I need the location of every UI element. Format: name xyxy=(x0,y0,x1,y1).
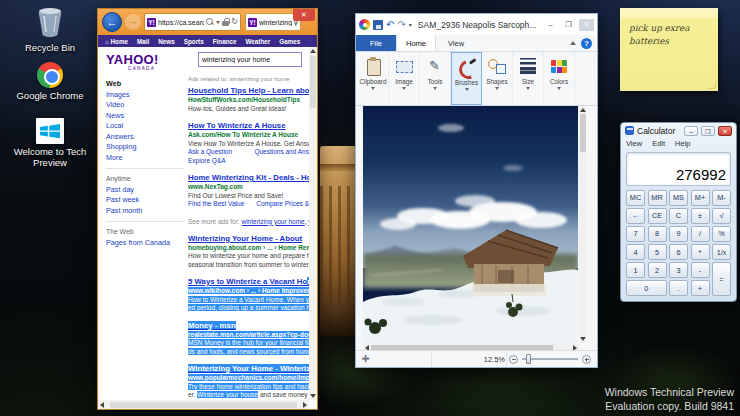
result-title[interactable]: Household Tips Help - Learn about Househ… xyxy=(188,86,309,96)
close-button[interactable]: ✕ xyxy=(579,19,594,31)
search-input[interactable] xyxy=(198,52,302,67)
desktop-icon-recycle-bin[interactable]: Recycle Bin xyxy=(12,6,88,53)
scroll-down-icon[interactable] xyxy=(580,337,586,341)
calc-key-6[interactable]: 6 xyxy=(669,244,688,260)
chevron-down-icon[interactable]: ▾ xyxy=(409,21,412,28)
ribbon-group-tools[interactable]: Tools xyxy=(420,52,451,105)
yahoo-nav-item[interactable]: Sports xyxy=(184,38,204,45)
calc-key-1[interactable]: 1 xyxy=(626,262,645,278)
sidebar-item-images[interactable]: Images xyxy=(106,90,184,101)
chevron-down-icon[interactable] xyxy=(557,87,561,90)
tab-file[interactable]: File xyxy=(356,35,396,51)
search-icon[interactable] xyxy=(206,18,214,26)
close-button[interactable]: ✕ xyxy=(718,126,732,136)
calc-key-8[interactable]: 8 xyxy=(648,226,667,242)
calc-key-CE[interactable]: CE xyxy=(648,208,667,224)
tab-home[interactable]: Home xyxy=(396,35,436,51)
result-link[interactable]: Compare Prices & xyxy=(256,200,309,209)
calc-key-MS[interactable]: MS xyxy=(669,190,688,206)
yahoo-nav-item[interactable]: Games xyxy=(279,38,300,45)
minimize-button[interactable]: – xyxy=(543,19,558,31)
chevron-down-icon[interactable] xyxy=(371,87,375,90)
calc-key-MC[interactable]: MC xyxy=(626,190,645,206)
forward-button[interactable]: → xyxy=(125,14,141,30)
sidebar-item-pages-from-canada[interactable]: Pages from Canada xyxy=(106,238,184,249)
collapse-ribbon-icon[interactable] xyxy=(570,41,576,45)
canvas-vertical-scrollbar[interactable] xyxy=(579,106,586,343)
calc-key-.[interactable]: . xyxy=(669,280,688,296)
scroll-right-icon[interactable] xyxy=(303,402,307,408)
calc-key-C[interactable]: C xyxy=(669,208,688,224)
redo-icon[interactable]: ↷ xyxy=(397,20,405,30)
calc-key-←[interactable]: ← xyxy=(626,208,645,224)
undo-icon[interactable]: ↶ xyxy=(386,20,394,30)
calc-key-7[interactable]: 7 xyxy=(626,226,645,242)
result-title[interactable]: Home Winterizing Kit - Deals - Home Wint… xyxy=(188,173,309,183)
zoom-in-button[interactable] xyxy=(582,355,591,364)
scrollbar-thumb[interactable] xyxy=(580,114,586,152)
result-link[interactable]: Ask a Question xyxy=(188,148,232,157)
result-title[interactable]: Winterizing Your Home - About xyxy=(188,234,309,244)
ribbon-group-colors[interactable]: Colors xyxy=(544,52,575,105)
scroll-up-icon[interactable] xyxy=(580,108,586,112)
yahoo-nav-item[interactable]: News xyxy=(158,38,174,45)
ribbon-group-image[interactable]: Image xyxy=(389,52,420,105)
yahoo-nav-item[interactable]: Weather xyxy=(246,38,271,45)
calc-key-5[interactable]: 5 xyxy=(648,244,667,260)
chevron-down-icon[interactable] xyxy=(495,87,499,90)
calc-key-M+[interactable]: M+ xyxy=(691,190,710,206)
ribbon-group-size[interactable]: Size xyxy=(513,52,544,105)
desktop-icon-google-chrome[interactable]: Google Chrome xyxy=(12,62,88,101)
scroll-left-icon[interactable] xyxy=(100,402,104,408)
sidebar-item-past-month[interactable]: Past month xyxy=(106,206,184,217)
yahoo-logo[interactable]: YAHOO! CANADA xyxy=(106,52,159,71)
result-link[interactable]: Explore Q&A xyxy=(188,157,226,166)
ribbon-group-clipboard[interactable]: Clipboard xyxy=(358,52,389,105)
zoom-out-button[interactable] xyxy=(509,355,518,364)
calc-key-1/x[interactable]: 1/x xyxy=(712,244,731,260)
calc-key-±[interactable]: ± xyxy=(691,208,710,224)
minimize-button[interactable]: – xyxy=(684,126,698,136)
calc-key-+[interactable]: + xyxy=(691,280,710,296)
calc-key-4[interactable]: 4 xyxy=(626,244,645,260)
result-link[interactable]: Find the Best Value xyxy=(188,200,244,209)
see-more-link[interactable]: winterizing your home xyxy=(241,218,304,225)
horizontal-scrollbar[interactable] xyxy=(98,400,309,409)
menu-view[interactable]: View xyxy=(626,139,642,148)
yahoo-nav-item[interactable]: Mail xyxy=(137,38,149,45)
yahoo-nav-item[interactable]: Home xyxy=(105,38,128,45)
yahoo-nav-item[interactable]: Finance xyxy=(213,38,237,45)
scroll-down-icon[interactable] xyxy=(310,394,316,398)
chevron-down-icon[interactable] xyxy=(465,88,469,91)
sidebar-item-news[interactable]: News xyxy=(106,111,184,122)
calc-key-√[interactable]: √ xyxy=(712,208,731,224)
scroll-up-icon[interactable] xyxy=(310,49,316,53)
calc-key--[interactable]: - xyxy=(691,262,710,278)
calc-key-/[interactable]: / xyxy=(691,226,710,242)
calc-key-2[interactable]: 2 xyxy=(648,262,667,278)
chevron-down-icon[interactable] xyxy=(526,87,530,90)
scrollbar-thumb[interactable] xyxy=(310,56,316,108)
zoom-slider[interactable] xyxy=(522,358,578,360)
menu-help[interactable]: Help xyxy=(675,139,690,148)
paint-canvas[interactable] xyxy=(363,106,578,343)
zoom-slider-thumb[interactable] xyxy=(526,354,531,364)
calc-key-M-[interactable]: M- xyxy=(712,190,731,206)
save-icon[interactable] xyxy=(373,20,383,30)
close-button[interactable]: ✕ xyxy=(293,9,315,21)
ribbon-group-shapes[interactable]: Shapes xyxy=(482,52,513,105)
ribbon-group-brushes[interactable]: Brushes xyxy=(451,52,482,105)
result-link[interactable]: Questions and Ans xyxy=(254,148,309,157)
desktop-icon-welcome-tech-preview[interactable]: Welcome to Tech Preview xyxy=(12,118,88,168)
vertical-scrollbar[interactable] xyxy=(309,47,317,400)
refresh-icon[interactable]: ↻ xyxy=(231,18,238,26)
result-title[interactable]: 5 Ways to Winterize a Vacant Home - wiki… xyxy=(188,277,309,287)
chevron-down-icon[interactable] xyxy=(402,87,406,90)
chevron-down-icon[interactable] xyxy=(433,87,437,90)
sidebar-item-shopping[interactable]: Shopping xyxy=(106,142,184,153)
sidebar-item-past-day[interactable]: Past day xyxy=(106,185,184,196)
sidebar-item-answers[interactable]: Answers xyxy=(106,132,184,143)
maximize-button[interactable]: ❐ xyxy=(701,126,715,136)
help-icon[interactable]: ? xyxy=(581,38,592,49)
scrollbar-thumb[interactable] xyxy=(110,402,297,408)
